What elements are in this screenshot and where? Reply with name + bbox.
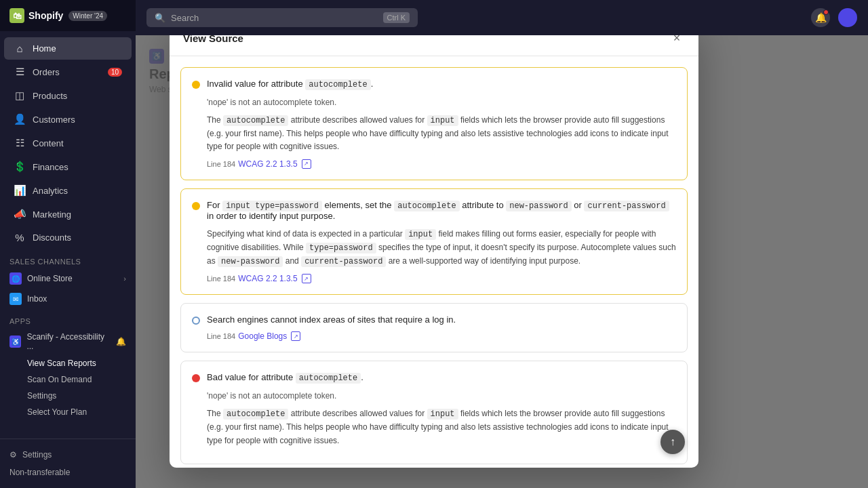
issue-card-3: Search engines cannot index areas of sit…: [180, 303, 688, 352]
line-label: Line 184: [207, 160, 235, 168]
issue-2-description: Specifying what kind of data is expected…: [207, 228, 676, 269]
issue-3-title: Search engines cannot index areas of sit…: [207, 314, 456, 325]
issue-3-body: Line 184 Google Blogs ↗: [192, 331, 676, 341]
issue-2-body: Specifying what kind of data is expected…: [192, 228, 676, 284]
avatar[interactable]: [838, 8, 857, 27]
sidebar-item-inbox[interactable]: ✉ Inbox: [0, 289, 136, 309]
issue-card-1: Invalid value for attribute autocomplete…: [180, 67, 688, 180]
sales-channels-section-label: Sales channels: [0, 249, 136, 268]
sidebar-item-analytics[interactable]: 📊 Analytics: [4, 179, 132, 202]
topbar-right: 🔔: [811, 8, 857, 27]
view-scan-reports-label: View Scan Reports: [27, 359, 96, 368]
issue-card-2: For input type=password elements, set th…: [180, 188, 688, 296]
issue-1-line: Line 184 WCAG 2.2 1.3.5 ↗: [207, 159, 676, 169]
issue-2-dot: [192, 202, 200, 210]
issue-card-4: Bad value for attribute autocomplete. 'n…: [180, 361, 688, 464]
sidebar-footer: ⚙ Settings Non-transferable: [0, 439, 136, 488]
sidebar-item-marketing[interactable]: 📣 Marketing: [4, 203, 132, 226]
sidebar-item-scanify[interactable]: ♿ Scanify - Accessibility ... 🔔: [0, 328, 136, 355]
issue-3-line: Line 184 Google Blogs ↗: [207, 331, 676, 341]
modal-title: View Source: [183, 35, 243, 44]
search-icon: 🔍: [155, 13, 165, 23]
sidebar: 🛍 Shopify Winter '24 ⌂ Home ☰ Orders 10 …: [0, 0, 136, 488]
settings-label: Settings: [22, 450, 52, 460]
wcag-link-1[interactable]: WCAG 2.2 1.3.5: [238, 159, 297, 169]
search-bar[interactable]: 🔍 Search Ctrl K: [146, 8, 418, 27]
wcag-link-2[interactable]: WCAG 2.2 1.3.5: [238, 274, 297, 283]
sidebar-sub-view-scan-reports[interactable]: View Scan Reports: [0, 355, 136, 371]
sidebar-item-products[interactable]: ◫ Products: [4, 84, 132, 107]
settings-sub-label: Settings: [27, 391, 56, 401]
sidebar-header: 🛍 Shopify Winter '24: [0, 0, 136, 31]
issue-1-dot: [192, 81, 200, 89]
sidebar-item-online-store[interactable]: 🌐 Online Store ›: [0, 268, 136, 289]
non-transferable-label: Non-transferable: [9, 468, 70, 477]
sidebar-item-content[interactable]: ☷ Content: [4, 131, 132, 155]
bell-icon: 🔔: [116, 337, 126, 346]
sidebar-item-label: Analytics: [33, 186, 68, 196]
sidebar-sub-scan-on-demand[interactable]: Scan On Demand: [0, 371, 136, 388]
issue-1-description: The autocomplete attribute describes all…: [207, 114, 676, 154]
issue-2-line: Line 184 WCAG 2.2 1.3.5 ↗: [207, 274, 676, 283]
sidebar-item-label: Finances: [33, 162, 68, 172]
modal-body[interactable]: Invalid value for attribute autocomplete…: [170, 56, 698, 468]
settings-icon: ⚙: [9, 450, 17, 460]
line-label-3: Line 184: [207, 332, 235, 340]
online-store-icon: 🌐: [9, 272, 22, 285]
topbar: 🔍 Search Ctrl K 🔔: [136, 0, 868, 35]
search-placeholder: Search: [171, 13, 199, 23]
search-shortcut: Ctrl K: [383, 12, 410, 23]
external-link-icon-2: ↗: [302, 274, 311, 283]
issue-2-title: For input type=password elements, set th…: [207, 200, 676, 221]
sidebar-item-discounts[interactable]: % Discounts: [4, 226, 132, 249]
products-icon: ◫: [14, 89, 26, 102]
issue-2-header: For input type=password elements, set th…: [192, 200, 676, 221]
online-store-label: Online Store: [27, 274, 73, 283]
sidebar-footer-settings[interactable]: ⚙ Settings: [9, 446, 126, 464]
inbox-icon: ✉: [9, 293, 22, 305]
scan-on-demand-label: Scan On Demand: [27, 375, 92, 384]
modal-close-button[interactable]: ×: [669, 35, 685, 46]
analytics-icon: 📊: [14, 184, 26, 197]
apps-section-label: Apps: [0, 309, 136, 328]
issue-1-header: Invalid value for attribute autocomplete…: [192, 79, 676, 89]
sidebar-item-label: Content: [33, 138, 64, 148]
modal-header: View Source ×: [170, 35, 698, 56]
scanify-icon: ♿: [9, 336, 21, 348]
orders-icon: ☰: [14, 66, 26, 78]
issue-4-body: 'nope' is not an autocomplete token. The…: [192, 390, 676, 447]
sidebar-item-orders[interactable]: ☰ Orders 10: [4, 60, 132, 83]
issue-1-title: Invalid value for attribute autocomplete…: [207, 79, 373, 89]
view-source-modal: View Source × Invalid value for attribut…: [170, 35, 698, 468]
marketing-icon: 📣: [14, 208, 26, 220]
content-icon: ☷: [14, 137, 26, 149]
inbox-label: Inbox: [27, 294, 47, 304]
sidebar-sub-settings[interactable]: Settings: [0, 388, 136, 404]
sidebar-item-home[interactable]: ⌂ Home: [4, 37, 132, 60]
issue-1-body: 'nope' is not an autocomplete token. The…: [192, 96, 676, 169]
issue-4-header: Bad value for attribute autocomplete.: [192, 372, 676, 383]
line-label-2: Line 184: [207, 274, 235, 283]
sidebar-sub-select-plan[interactable]: Select Your Plan: [0, 404, 136, 420]
orders-badge: 10: [108, 68, 122, 77]
shopify-logo-icon: 🛍: [9, 8, 24, 23]
expand-icon: ›: [123, 274, 126, 283]
sidebar-item-finances[interactable]: 💲 Finances: [4, 155, 132, 178]
issue-4-secondary: 'nope' is not an autocomplete token.: [207, 390, 676, 402]
notifications-button[interactable]: 🔔: [811, 8, 830, 27]
sidebar-item-customers[interactable]: 👤 Customers: [4, 108, 132, 131]
winter-badge: Winter '24: [68, 11, 107, 21]
shopify-logo[interactable]: 🛍 Shopify: [9, 8, 63, 23]
sidebar-item-label: Products: [33, 91, 67, 101]
discounts-icon: %: [14, 232, 26, 243]
sidebar-item-label: Marketing: [33, 209, 71, 220]
finances-icon: 💲: [14, 161, 26, 173]
sidebar-navigation: ⌂ Home ☰ Orders 10 ◫ Products 👤 Customer…: [0, 31, 136, 439]
google-blogs-link[interactable]: Google Blogs: [238, 331, 287, 341]
sidebar-item-label: Home: [33, 43, 56, 54]
notification-dot: [823, 9, 829, 15]
issue-4-dot: [192, 374, 200, 382]
shopify-label: Shopify: [28, 10, 63, 21]
issue-1-secondary: 'nope' is not an autocomplete token.: [207, 96, 676, 108]
scroll-up-button[interactable]: ↑: [660, 430, 685, 454]
